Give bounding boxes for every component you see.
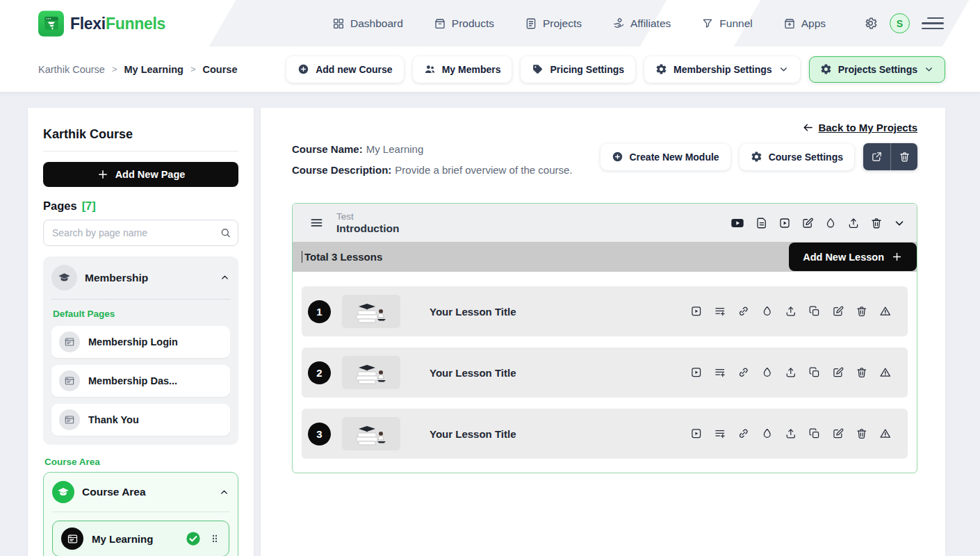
module-drag-handle-icon[interactable] [309, 215, 324, 230]
trash-icon[interactable] [856, 427, 868, 440]
link-icon[interactable] [737, 366, 750, 379]
lesson-thumbnail [342, 356, 400, 389]
affiliates-handshake-icon [612, 17, 625, 30]
warning-icon[interactable] [879, 427, 892, 440]
plus-circle-icon [297, 63, 309, 75]
membership-settings-button[interactable]: Membership Settings [644, 56, 800, 83]
hamburger-menu-icon[interactable] [922, 17, 944, 30]
nav-item-funnel[interactable]: Funnel [701, 17, 752, 30]
add-new-lesson-button[interactable]: Add New Lesson [789, 243, 917, 271]
my-members-button[interactable]: My Members [413, 56, 512, 83]
link-icon[interactable] [737, 305, 750, 318]
sidebar-page-membership-das[interactable]: Membership Das... [51, 365, 230, 397]
sidebar-page-membership-login[interactable]: Membership Login [51, 326, 230, 358]
members-icon [424, 63, 436, 75]
play-square-icon[interactable] [690, 366, 703, 379]
lesson-thumbnail [342, 295, 400, 328]
lesson-title: Your Lesson Title [430, 428, 516, 440]
lesson-title: Your Lesson Title [430, 367, 516, 379]
create-new-module-button[interactable]: Create New Module [601, 144, 730, 170]
divider [43, 151, 238, 152]
pricing-settings-button[interactable]: Pricing Settings [521, 56, 635, 83]
course-area-section-label: Course Area [44, 457, 237, 467]
projects-settings-button[interactable]: Projects Settings [809, 56, 945, 83]
settings-gear-icon[interactable] [863, 16, 878, 31]
button-label: Membership Settings [673, 64, 772, 75]
gear-solid-icon [820, 63, 832, 75]
trash-icon[interactable] [856, 305, 868, 318]
upload-icon[interactable] [785, 305, 797, 318]
drag-handle-icon[interactable] [209, 533, 220, 544]
page-search-input[interactable] [43, 220, 238, 246]
lesson-row: 1Your Lesson Title [302, 286, 908, 336]
copy-icon[interactable] [808, 427, 821, 440]
edit-icon[interactable] [801, 217, 814, 229]
warning-icon[interactable] [879, 366, 892, 379]
lesson-thumbnail [342, 417, 400, 450]
link-icon[interactable] [737, 427, 750, 440]
copy-icon[interactable] [808, 366, 821, 379]
youtube-icon[interactable] [730, 215, 745, 231]
brand-logo[interactable]: FlexiFunnels [38, 10, 165, 36]
warning-icon[interactable] [879, 305, 892, 318]
funnel-icon [701, 17, 714, 30]
playlist-add-icon[interactable] [714, 366, 726, 379]
sidebar-page-thank-you[interactable]: Thank You [51, 404, 230, 436]
nav-item-projects[interactable]: Projects [525, 17, 582, 30]
droplet-icon[interactable] [761, 305, 774, 318]
nav-item-apps[interactable]: Apps [783, 17, 826, 30]
playlist-add-icon[interactable] [714, 427, 726, 440]
trash-icon[interactable] [856, 366, 868, 379]
breadcrumb-item-karthik-course[interactable]: Karthik Course [38, 64, 105, 75]
add-new-page-button[interactable]: Add New Page [43, 162, 238, 187]
search-icon[interactable] [220, 227, 231, 239]
nav-item-affiliates[interactable]: Affiliates [612, 17, 671, 30]
open-external-button[interactable] [863, 143, 890, 170]
chevron-up-icon[interactable] [219, 487, 229, 498]
nav-item-products[interactable]: Products [434, 17, 494, 30]
chevron-up-icon[interactable] [220, 272, 230, 283]
play-square-icon[interactable] [690, 305, 703, 318]
droplet-icon[interactable] [761, 427, 774, 440]
membership-accordion-header[interactable]: Membership [51, 265, 230, 300]
playlist-add-icon[interactable] [714, 305, 726, 318]
nav-item-label: Apps [801, 17, 826, 30]
check-circle-icon [186, 531, 201, 546]
page-search [43, 220, 238, 246]
upload-icon[interactable] [785, 427, 797, 440]
droplet-icon[interactable] [824, 217, 837, 229]
breadcrumb-separator: > [190, 64, 196, 74]
total-lessons-label: Total 3 Lessons [304, 251, 382, 263]
course-settings-button[interactable]: Course Settings [740, 144, 854, 170]
user-avatar[interactable]: S [890, 13, 910, 33]
edit-icon[interactable] [832, 366, 844, 379]
play-square-icon[interactable] [690, 427, 703, 440]
upload-icon[interactable] [847, 217, 860, 229]
edit-icon[interactable] [832, 305, 844, 318]
edit-icon[interactable] [832, 427, 844, 440]
trash-icon[interactable] [870, 217, 883, 229]
upload-icon[interactable] [785, 366, 797, 379]
button-label: Add new Course [316, 64, 392, 75]
droplet-icon[interactable] [761, 366, 774, 379]
course-desc-label: Course Description: [292, 164, 391, 176]
chevron-down-icon [778, 64, 789, 74]
course-area-accordion-header[interactable]: Course Area [52, 481, 229, 512]
play-square-icon[interactable] [778, 217, 791, 229]
copy-icon[interactable] [808, 305, 821, 318]
sidebar-course-title: Karthik Course [43, 127, 238, 142]
file-text-icon[interactable] [756, 217, 768, 229]
back-to-projects-link[interactable]: Back to My Projects [802, 122, 917, 133]
top-navigation: DashboardProductsProjectsAffiliatesFunne… [332, 0, 826, 47]
delete-course-button[interactable] [890, 143, 917, 170]
default-pages-label: Default Pages [53, 309, 229, 319]
breadcrumb-item-my-learning[interactable]: My Learning [124, 64, 183, 75]
sidebar-item-my-learning[interactable]: My Learning [52, 521, 229, 556]
page-label: Membership Login [88, 336, 178, 348]
chevron-down-icon[interactable] [893, 217, 906, 229]
breadcrumb-item-course[interactable]: Course [203, 64, 238, 75]
trash-icon [899, 151, 910, 163]
button-label: My Members [442, 64, 501, 75]
add-new-course-button[interactable]: Add new Course [286, 56, 403, 83]
nav-item-dashboard[interactable]: Dashboard [332, 17, 403, 30]
